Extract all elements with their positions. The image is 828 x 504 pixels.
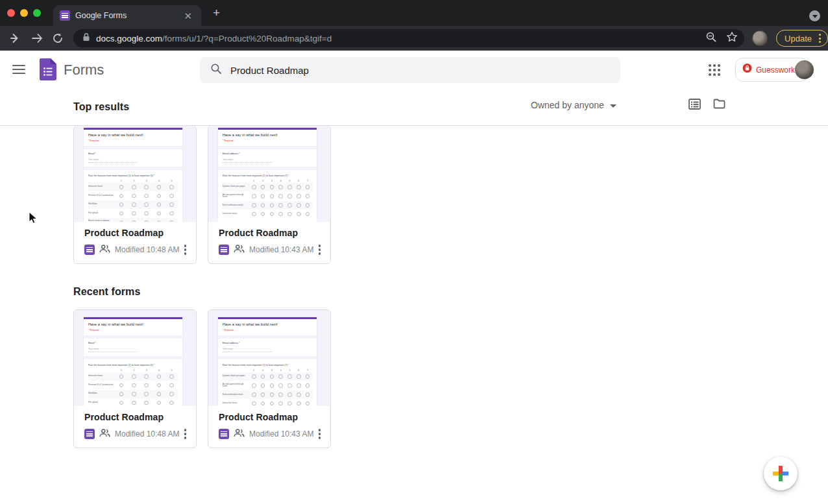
forward-icon[interactable] xyxy=(30,32,43,45)
browser-menu-icon[interactable] xyxy=(818,32,822,44)
url-text: docs.google.com/forms/u/1/?q=Product%20R… xyxy=(96,34,700,43)
preview-email-hint: Your email xyxy=(88,158,138,163)
section-title-recent-forms: Recent forms xyxy=(73,286,140,298)
preview-form-title: Have a say in what we build next! xyxy=(223,133,312,137)
owned-by-label: Owned by anyone xyxy=(531,100,604,110)
multicolor-plus-icon xyxy=(773,466,788,481)
card-modified: Modified 10:43 AM xyxy=(249,245,315,254)
search-icon xyxy=(210,63,222,77)
preview-required-note: * Required xyxy=(88,329,178,331)
create-new-form-button[interactable] xyxy=(764,457,798,490)
reload-icon[interactable] xyxy=(51,32,64,45)
google-apps-icon[interactable] xyxy=(709,64,720,76)
preview-grid-rows: Dynamic thank-you pagesAccept payment th… xyxy=(223,372,312,406)
shared-people-icon xyxy=(99,244,110,256)
card-title: Product Roadmap xyxy=(219,412,324,422)
card-modified: Modified 10:48 AM xyxy=(115,429,181,438)
preview-required-note: * Required xyxy=(88,139,178,142)
preview-email-label: Email address * xyxy=(223,342,312,344)
preview-grid-rows: Interactive formsPremium UI & Customizat… xyxy=(88,372,178,406)
mouse-cursor xyxy=(29,211,39,228)
url-path: /forms/u/1/?q=Product%20Roadmap&tgif=d xyxy=(162,34,332,43)
form-card[interactable]: Have a say in what we build next! * Requ… xyxy=(73,309,197,448)
window-minimize-button[interactable] xyxy=(20,9,28,17)
card-title: Product Roadmap xyxy=(219,228,324,238)
browser-tab-strip: Google Forms ✕ + xyxy=(0,0,828,26)
forms-file-icon xyxy=(219,245,229,255)
screen: Google Forms ✕ + docs.google.com/forms/u… xyxy=(0,0,828,504)
preview-email-hint: Your email xyxy=(223,348,272,352)
form-thumbnail[interactable]: Have a say in what we build next! * Requ… xyxy=(208,126,330,222)
preview-email-hint: Your email xyxy=(88,348,138,352)
card-modified: Modified 10:43 AM xyxy=(249,429,315,438)
header-divider xyxy=(0,125,828,126)
preview-form-title: Have a say in what we build next! xyxy=(88,133,178,137)
form-thumbnail[interactable]: Have a say in what we build next! * Requ… xyxy=(208,310,330,406)
preview-grid-columns: 1234567 xyxy=(249,180,312,182)
card-modified: Modified 10:48 AM xyxy=(115,245,181,254)
preview-form-title: Have a say in what we build next! xyxy=(223,322,312,326)
search-input[interactable]: Product Roadmap xyxy=(200,57,620,83)
card-title: Product Roadmap xyxy=(84,412,189,422)
address-bar[interactable]: docs.google.com/forms/u/1/?q=Product%20R… xyxy=(73,29,744,47)
main-menu-icon[interactable] xyxy=(12,64,25,75)
preview-grid-columns: 1234567 xyxy=(249,369,312,372)
form-preview-page: Have a say in what we build next! * Requ… xyxy=(218,317,317,406)
preview-grid-question: Rate the features from most important (1… xyxy=(88,173,178,177)
tab-list-chevron-icon[interactable] xyxy=(809,10,820,21)
back-icon[interactable] xyxy=(8,32,21,45)
top-results-card-row: Have a say in what we build next! * Requ… xyxy=(73,125,331,264)
preview-email-hint: Your email xyxy=(223,158,272,163)
preview-grid-columns: 12345 xyxy=(115,180,178,182)
preview-required-note: * Required xyxy=(223,329,312,331)
owned-by-filter[interactable]: Owned by anyone xyxy=(531,100,616,110)
preview-email-label: Email * xyxy=(88,152,178,155)
preview-email-label: Email address * xyxy=(223,152,312,155)
forms-logo-icon[interactable] xyxy=(40,58,56,83)
form-preview-page: Have a say in what we build next! * Requ… xyxy=(84,317,182,406)
chrome-update-button[interactable]: Update xyxy=(776,30,828,47)
card-footer: Product Roadmap Modified 10:48 AM xyxy=(74,222,196,263)
card-footer: Product Roadmap Modified 10:43 AM xyxy=(208,222,330,263)
preview-grid-question: Rate the features from most important (1… xyxy=(88,363,178,366)
form-preview-page: Have a say in what we build next! * Requ… xyxy=(218,128,317,222)
bookmark-star-icon[interactable] xyxy=(726,31,738,45)
forms-file-icon xyxy=(84,429,95,439)
ssl-lock-icon[interactable] xyxy=(82,32,90,44)
section-title-top-results: Top results xyxy=(73,101,129,113)
card-more-options-icon[interactable] xyxy=(315,427,324,441)
zoom-out-icon[interactable] xyxy=(705,31,717,45)
forms-file-icon xyxy=(219,429,229,439)
open-folder-icon[interactable] xyxy=(713,99,725,112)
form-card[interactable]: Have a say in what we build next! * Requ… xyxy=(208,309,331,448)
google-forms-favicon xyxy=(60,10,70,21)
preview-required-note: * Required xyxy=(223,139,312,142)
card-more-options-icon[interactable] xyxy=(315,243,324,257)
form-preview-page: Have a say in what we build next! * Requ… xyxy=(84,128,182,222)
card-more-options-icon[interactable] xyxy=(181,243,190,257)
preview-email-label: Email * xyxy=(88,342,178,344)
preview-grid-rows: Dynamic thank-you pagesAccept payment th… xyxy=(223,183,312,218)
form-thumbnail[interactable]: Have a say in what we build next! * Requ… xyxy=(74,310,196,406)
card-title: Product Roadmap xyxy=(84,228,189,238)
url-domain: docs.google.com xyxy=(96,34,162,43)
form-card[interactable]: Have a say in what we build next! * Requ… xyxy=(73,125,197,264)
account-area[interactable]: Guesswork xyxy=(735,58,809,82)
browser-profile-avatar[interactable] xyxy=(752,30,768,46)
shared-people-icon xyxy=(99,428,110,440)
forms-file-icon xyxy=(84,245,95,255)
preview-grid-columns: 12345 xyxy=(115,369,178,372)
card-more-options-icon[interactable] xyxy=(181,427,190,441)
new-tab-icon[interactable]: + xyxy=(213,8,220,18)
window-close-button[interactable] xyxy=(7,9,15,17)
guesswork-extension-icon xyxy=(742,63,753,77)
form-card[interactable]: Have a say in what we build next! * Requ… xyxy=(208,125,331,264)
preview-grid-question: Rate the features from most important (1… xyxy=(223,173,312,177)
account-avatar[interactable] xyxy=(795,60,814,79)
window-zoom-button[interactable] xyxy=(33,9,41,17)
form-thumbnail[interactable]: Have a say in what we build next! * Requ… xyxy=(74,126,196,222)
tab-close-icon[interactable]: ✕ xyxy=(181,10,195,22)
list-view-toggle-icon[interactable] xyxy=(688,99,701,112)
app-name: Forms xyxy=(64,62,104,78)
browser-tab[interactable]: Google Forms ✕ xyxy=(53,5,201,26)
